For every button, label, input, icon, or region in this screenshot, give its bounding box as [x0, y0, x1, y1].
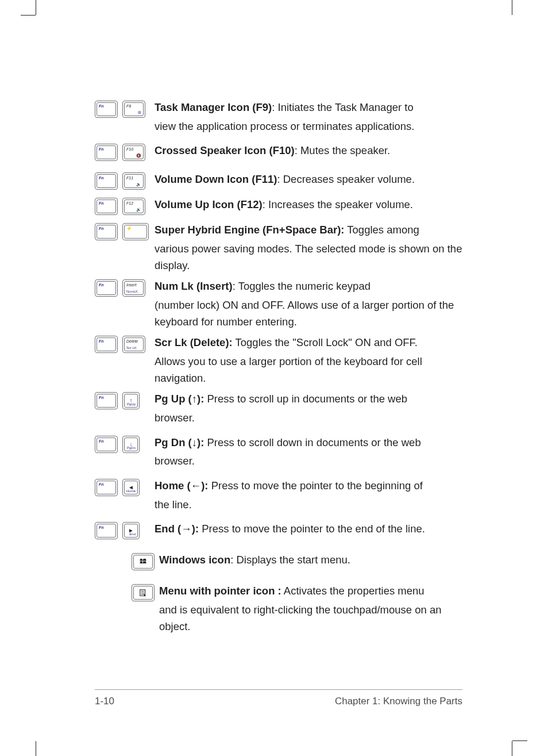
f9-key-icon: F9⊞ — [122, 101, 145, 118]
win-key-icon — [132, 553, 155, 570]
shortcut-title-line: Super Hybrid Engine (Fn+Space Bar): Togg… — [155, 224, 419, 236]
pgdn-key-icon: ↓PgDn — [122, 436, 140, 453]
key-combo: FnF9⊞ — [95, 99, 155, 118]
page-number: 1-10 — [95, 696, 114, 707]
shortcut-title-line: Menu with pointer icon : Activates the p… — [159, 585, 424, 597]
crop-mark — [21, 15, 36, 16]
shortcut-description: Menu with pointer icon : Activates the p… — [159, 583, 462, 635]
shortcut-title-line: Scr Lk (Delete): Toggles the "Scroll Loc… — [155, 336, 418, 348]
shortcut-title-line: End (→): Press to move the pointer to th… — [155, 523, 425, 535]
key-combo: FnDeleteScr LK — [95, 335, 155, 353]
shortcut-continuation: various power saving modes. The selected… — [155, 241, 462, 274]
crop-mark — [512, 740, 527, 741]
shortcut-continuation: Allows you to use a larger portion of th… — [155, 354, 462, 386]
shortcut-after-title: : Increases the speaker volume. — [263, 198, 413, 210]
shortcut-description: Pg Dn (↓): Press to scroll down in docum… — [155, 435, 462, 470]
shortcut-description: Num Lk (Insert): Toggles the numeric key… — [155, 278, 462, 330]
shortcut-row-win: Windows icon: Displays the start menu. — [95, 552, 462, 570]
shortcut-description: End (→): Press to move the pointer to th… — [155, 521, 462, 538]
shortcut-title-line: Volume Up Icon (F12): Increases the spea… — [155, 198, 413, 210]
shortcut-title: Crossed Speaker Icon (F10) — [155, 144, 295, 156]
shortcut-title-line: Num Lk (Insert): Toggles the numeric key… — [155, 280, 371, 292]
shortcut-row-f10: FnF10🔇Crossed Speaker Icon (F10): Mutes … — [95, 143, 462, 161]
shortcut-title: Volume Down Icon (F11) — [155, 173, 277, 185]
f12-key-icon: F12🔊 — [122, 198, 145, 215]
shortcut-title-line: Volume Down Icon (F11): Decreases speake… — [155, 173, 415, 185]
key-combo: Fn►End — [95, 521, 155, 539]
shortcut-row-pgup: Fn↑PgUpPg Up (↑): Press to scroll up in … — [95, 391, 462, 426]
shortcut-after-title: Toggles among — [345, 224, 419, 236]
fn-key-icon: Fn — [95, 436, 118, 453]
shortcut-description: Windows icon: Displays the start menu. — [159, 552, 462, 569]
key-combo: FnInsertNumLK — [95, 278, 155, 297]
pgup-key-icon: ↑PgUp — [122, 392, 140, 409]
shortcut-row-f12: FnF12🔊Volume Up Icon (F12): Increases th… — [95, 197, 462, 215]
fn-key-icon: Fn — [95, 392, 118, 409]
shortcut-continuation: browser. — [155, 453, 462, 470]
shortcut-title: Windows icon — [159, 554, 230, 566]
key-combo: Fn⚡ — [95, 222, 155, 240]
fn-key-icon: Fn — [95, 144, 118, 161]
shortcut-title: Super Hybrid Engine (Fn+Space Bar): — [155, 224, 345, 236]
shortcut-title: Home (←): — [155, 479, 209, 492]
key-combo — [95, 552, 159, 570]
fn-key-icon: Fn — [95, 198, 118, 215]
shortcut-continuation: (number lock) ON and OFF. Allows use of … — [155, 297, 462, 330]
shortcut-continuation: the line. — [155, 497, 462, 513]
key-combo: FnF10🔇 — [95, 143, 155, 161]
crop-mark — [36, 0, 36, 15]
shortcut-after-title: Press to move the pointer to the end of … — [199, 523, 425, 535]
key-combo: Fn↑PgUp — [95, 391, 155, 409]
shortcut-after-title: : Displays the start menu. — [230, 554, 350, 566]
shortcut-title-line: Windows icon: Displays the start menu. — [159, 554, 350, 566]
shortcut-after-title: : Initiates the Task Manager to — [272, 101, 413, 113]
crop-mark — [512, 0, 512, 15]
shortcut-continuation: browser. — [155, 410, 462, 427]
shortcut-row-insert: FnInsertNumLKNum Lk (Insert): Toggles th… — [95, 278, 462, 330]
shortcut-row-space: Fn⚡Super Hybrid Engine (Fn+Space Bar): T… — [95, 222, 462, 274]
fn-key-icon: Fn — [95, 479, 118, 496]
menu-key-icon — [132, 584, 155, 601]
fn-key-icon: Fn — [95, 522, 118, 539]
shortcut-description: Volume Down Icon (F11): Decreases speake… — [155, 171, 462, 188]
shortcut-description: Volume Up Icon (F12): Increases the spea… — [155, 197, 462, 213]
shortcut-title-line: Pg Dn (↓): Press to scroll down in docum… — [155, 436, 421, 448]
shortcut-row-f11: FnF11🔉Volume Down Icon (F11): Decreases … — [95, 171, 462, 190]
shortcut-title: Pg Up (↑): — [155, 393, 204, 405]
fn-key-icon: Fn — [95, 172, 118, 190]
insert-key-icon: InsertNumLK — [122, 279, 145, 297]
crop-mark — [512, 741, 512, 756]
shortcut-after-title: : Decreases speaker volume. — [277, 173, 415, 185]
shortcut-title-line: Crossed Speaker Icon (F10): Mutes the sp… — [155, 144, 390, 156]
shortcut-after-title: : Mutes the speaker. — [295, 144, 391, 156]
shortcut-row-end: Fn►EndEnd (→): Press to move the pointer… — [95, 521, 462, 539]
shortcut-after-title: Press to move the pointer to the beginni… — [209, 479, 423, 492]
shortcut-title: Task Manager Icon (F9) — [155, 101, 272, 113]
f11-key-icon: F11🔉 — [122, 172, 145, 190]
shortcut-continuation: view the application process or terminat… — [155, 118, 462, 135]
delete-key-icon: DeleteScr LK — [122, 336, 145, 353]
shortcut-row-delete: FnDeleteScr LKScr Lk (Delete): Toggles t… — [95, 335, 462, 386]
shortcut-description: Scr Lk (Delete): Toggles the "Scroll Loc… — [155, 335, 462, 386]
key-combo: FnF12🔊 — [95, 197, 155, 215]
shortcut-description: Pg Up (↑): Press to scroll up in documen… — [155, 391, 462, 426]
shortcut-title-line: Home (←): Press to move the pointer to t… — [155, 479, 423, 492]
shortcut-description: Home (←): Press to move the pointer to t… — [155, 478, 462, 513]
shortcut-title: Menu with pointer icon : — [159, 585, 281, 597]
fn-key-icon: Fn — [95, 223, 118, 240]
shortcut-description: Task Manager Icon (F9): Initiates the Ta… — [155, 99, 462, 135]
content-area: FnF9⊞Task Manager Icon (F9): Initiates t… — [95, 99, 462, 640]
shortcut-after-title: Press to scroll up in documents or the w… — [204, 393, 407, 405]
page-footer: 1-10 Chapter 1: Knowing the Parts — [95, 689, 462, 707]
shortcut-title-line: Pg Up (↑): Press to scroll up in documen… — [155, 393, 407, 405]
end-key-icon: ►End — [122, 522, 140, 539]
key-combo: Fn↓PgDn — [95, 435, 155, 453]
fn-key-icon: Fn — [95, 101, 118, 118]
key-combo — [95, 583, 159, 601]
shortcut-after-title: Toggles the "Scroll Lock" ON and OFF. — [233, 336, 418, 348]
shortcut-title-line: Task Manager Icon (F9): Initiates the Ta… — [155, 101, 414, 113]
shortcut-row-home: Fn◄HomeHome (←): Press to move the point… — [95, 478, 462, 513]
page: FnF9⊞Task Manager Icon (F9): Initiates t… — [37, 16, 512, 742]
shortcut-title: Volume Up Icon (F12) — [155, 198, 263, 210]
shortcut-title: Pg Dn (↓): — [155, 436, 204, 448]
